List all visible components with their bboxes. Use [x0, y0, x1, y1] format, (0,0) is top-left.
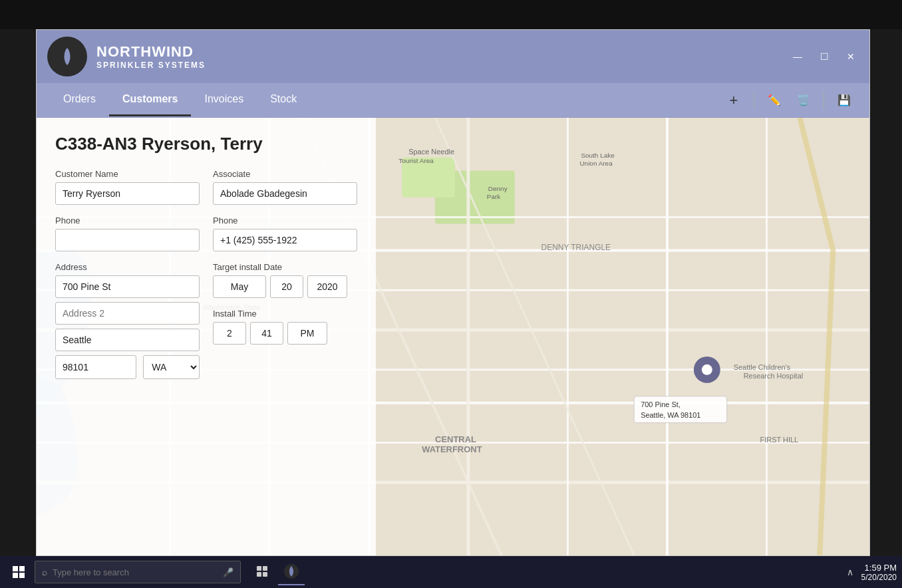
associate-input[interactable]: [213, 182, 357, 205]
phone1-group: Phone: [55, 216, 200, 251]
svg-text:CENTRAL: CENTRAL: [435, 435, 476, 445]
svg-rect-1: [19, 566, 25, 571]
svg-text:DENNY TRIANGLE: DENNY TRIANGLE: [541, 243, 611, 252]
taskbar-app-multitask[interactable]: [249, 559, 275, 585]
svg-text:Seattle Children's: Seattle Children's: [734, 363, 791, 371]
date-month-input[interactable]: [213, 275, 266, 298]
svg-text:Union Area: Union Area: [579, 160, 613, 167]
svg-rect-4: [257, 566, 261, 571]
city-input[interactable]: [55, 329, 200, 351]
zip-input[interactable]: [55, 355, 136, 379]
zip-state-row: WA OR CA: [55, 355, 200, 379]
taskbar-app-northwind[interactable]: [278, 559, 305, 585]
svg-rect-2: [13, 573, 18, 578]
nav-orders[interactable]: Orders: [50, 84, 109, 116]
address2-input[interactable]: [55, 302, 200, 325]
svg-text:Research Hospital: Research Hospital: [744, 372, 803, 380]
app-logo: [47, 37, 87, 76]
install-time-label: Install Time: [213, 309, 357, 319]
form-overlay: C338-AN3 Ryerson, Terry Customer Name As…: [37, 118, 376, 555]
nav-stock[interactable]: Stock: [257, 84, 310, 116]
system-icons: ∧: [847, 567, 853, 577]
start-button[interactable]: [5, 559, 32, 585]
svg-rect-6: [257, 572, 261, 577]
nav-actions: + ✏️ 🗑️ 💾: [722, 88, 856, 112]
date-row: [213, 275, 357, 298]
window-controls: — ☐ ✕: [790, 49, 859, 65]
title-bar: NORTHWIND SPRINKLER SYSTEMS — ☐ ✕: [37, 30, 869, 83]
search-icon: ⌕: [42, 567, 47, 577]
svg-point-11: [65, 54, 70, 59]
form-row-1: Customer Name Associate: [55, 169, 357, 205]
address-group: Address WA OR CA: [55, 262, 200, 379]
svg-point-9: [289, 569, 293, 573]
svg-rect-3: [19, 573, 25, 578]
maximize-button[interactable]: ☐: [816, 49, 832, 65]
app-name: NORTHWIND: [96, 43, 206, 61]
top-bar: [0, 0, 902, 29]
taskbar-right: ∧ 1:59 PM 5/20/2020: [847, 563, 897, 582]
svg-point-48: [702, 365, 712, 375]
state-select[interactable]: WA OR CA: [143, 355, 200, 379]
delete-button[interactable]: 🗑️: [792, 88, 816, 112]
nav-divider-1: [754, 91, 754, 110]
nav-items: Orders Customers Invoices Stock: [50, 84, 310, 116]
nav-divider-2: [824, 91, 824, 110]
customer-name-group: Customer Name: [55, 169, 200, 205]
svg-text:WATERFRONT: WATERFRONT: [422, 444, 482, 454]
phone1-input[interactable]: [55, 229, 200, 251]
edit-button[interactable]: ✏️: [762, 88, 786, 112]
app-title-text: NORTHWIND SPRINKLER SYSTEMS: [96, 43, 206, 70]
clock-time: 1:59 PM: [861, 563, 897, 573]
record-title: C338-AN3 Ryerson, Terry: [55, 134, 357, 154]
chevron-up-icon[interactable]: ∧: [847, 567, 853, 577]
phone2-label: Phone: [213, 216, 357, 225]
close-button[interactable]: ✕: [843, 49, 859, 65]
taskbar-apps: [249, 559, 305, 585]
time-row: [213, 322, 357, 345]
svg-text:Denny: Denny: [488, 185, 508, 192]
svg-text:Seattle, WA 98101: Seattle, WA 98101: [641, 411, 700, 419]
svg-text:Tourist Area: Tourist Area: [398, 157, 434, 164]
address-label: Address: [55, 262, 200, 272]
nav-invoices[interactable]: Invoices: [191, 84, 257, 116]
minimize-button[interactable]: —: [790, 49, 806, 65]
phone2-input[interactable]: [213, 229, 357, 251]
associate-group: Associate: [213, 169, 357, 205]
time-minute-input[interactable]: [250, 322, 283, 345]
svg-text:South Lake: South Lake: [581, 152, 615, 159]
taskbar: ⌕ 🎤 ∧ 1:59 PM 5/20/2020: [0, 556, 902, 588]
app-window: NORTHWIND SPRINKLER SYSTEMS — ☐ ✕ Orders…: [36, 29, 870, 556]
address-input[interactable]: [55, 275, 200, 298]
svg-text:FIRST HILL: FIRST HILL: [760, 436, 799, 444]
svg-rect-0: [13, 566, 18, 571]
nav-bar: Orders Customers Invoices Stock + ✏️ 🗑️ …: [37, 83, 869, 118]
svg-rect-5: [263, 566, 267, 571]
search-bar[interactable]: ⌕ 🎤: [35, 561, 241, 583]
svg-text:Park: Park: [487, 193, 500, 200]
customer-name-input[interactable]: [55, 182, 200, 205]
clock: 1:59 PM 5/20/2020: [861, 563, 897, 582]
form-row-2: Phone Phone: [55, 216, 357, 251]
date-year-input[interactable]: [307, 275, 347, 298]
clock-date: 5/20/2020: [861, 573, 897, 582]
svg-text:700 Pine St,: 700 Pine St,: [641, 400, 680, 408]
add-button[interactable]: +: [722, 88, 746, 112]
phone2-group: Phone: [213, 216, 357, 251]
time-hour-input[interactable]: [213, 322, 246, 345]
time-ampm-input[interactable]: [287, 322, 327, 345]
nav-customers[interactable]: Customers: [109, 84, 192, 116]
customer-name-label: Customer Name: [55, 169, 200, 179]
svg-rect-7: [263, 572, 267, 577]
save-button[interactable]: 💾: [832, 88, 856, 112]
search-input[interactable]: [53, 567, 218, 577]
associate-label: Associate: [213, 169, 357, 179]
form-row-3: Address WA OR CA Target install Date: [55, 262, 357, 379]
microphone-icon: 🎤: [223, 567, 233, 577]
target-install-label: Target install Date: [213, 262, 357, 272]
date-day-input[interactable]: [270, 275, 303, 298]
svg-text:Space Needle: Space Needle: [408, 148, 454, 156]
date-time-group: Target install Date Install Time: [213, 262, 357, 379]
main-content: Space Needle Tourist Area Denny Park Sou…: [37, 118, 869, 555]
app-subtitle: SPRINKLER SYSTEMS: [96, 61, 206, 70]
